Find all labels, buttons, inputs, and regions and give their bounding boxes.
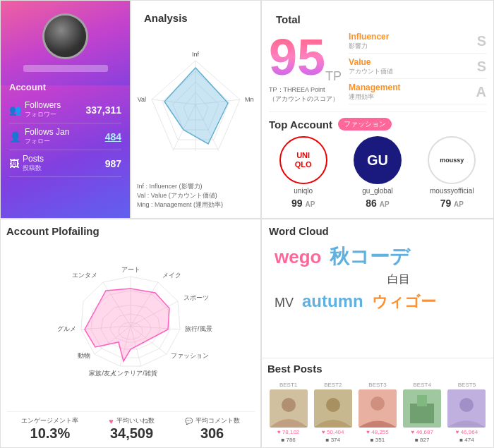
influencer-label: Influencer (349, 32, 389, 42)
best2-image (314, 389, 352, 428)
best1-image (270, 389, 308, 428)
best3-likes: ♥ 48,255 (366, 429, 388, 435)
follows-sublabel: フォロー (25, 137, 69, 146)
radar-chart: Inf Mng Val (138, 47, 254, 159)
profiling-panel: Account Plofailing (0, 219, 261, 448)
best3-stats: ♥ 48,255 (366, 429, 388, 435)
avg-likes-label: 平均いいね数 (116, 416, 155, 425)
followers-label: Followers (25, 100, 61, 110)
comments-metric: 💬 平均コメント数 306 (185, 416, 240, 442)
account-panel: Account 👥 Followers フォロワー 337,311 👤 Foll… (0, 0, 131, 219)
posts-sublabel: 投稿数 (23, 164, 44, 173)
follows-row: 👤 Follows Jan フォロー 484 (9, 123, 121, 150)
best-post-3: BEST3 ♥ 48,255 ■ 351 (356, 382, 398, 443)
best1-stats: ♥ 78,102 (277, 429, 299, 435)
legend-inf: Inf : Influencer (影響力) (137, 182, 255, 191)
analysis-radar: Inf Mng Val (137, 27, 255, 179)
label-gourmet: グルメ (57, 325, 76, 332)
uniqlo-name: uniqlo (294, 187, 313, 195)
analysis-panel: Analysis Inf Mng Val (131, 0, 261, 219)
follows-value[interactable]: 484 (105, 131, 121, 143)
followers-sublabel: フォロワー (25, 110, 61, 119)
val-label: Val (138, 96, 146, 103)
best5-stats: ♥ 46,964 (456, 429, 478, 435)
best-posts-panel: Best Posts BEST1 ♥ 78,102 ■ 786 BEST2 (262, 358, 493, 447)
word-cloud-content: wego 秋コーデ 白目 MV autumn ウィゴー (269, 240, 486, 315)
posts-row: 🖼 Posts 投稿数 987 (9, 150, 121, 177)
value-label: Value (349, 57, 393, 67)
best5-comments: ■ 474 (459, 437, 474, 443)
top-account-section: Top Account ファッション UNIQLO uniqlo 99 AP G… (269, 111, 486, 213)
moussy-score: 79 AP (440, 198, 464, 209)
avg-likes-value: 34,509 (110, 425, 153, 442)
best2-likes: ♥ 50,404 (322, 429, 344, 435)
best1-label: BEST1 (279, 382, 297, 388)
word-autumn: autumn (302, 289, 363, 313)
best3-label: BEST3 (368, 382, 386, 388)
follows-label: Follows Jan (25, 127, 69, 137)
score-value: Value アカウント価値 S (349, 57, 486, 79)
total-title: Total (269, 8, 486, 28)
score-influencer: Influencer 影響力 S (349, 32, 486, 54)
svg-marker-25 (85, 289, 169, 361)
avatar (42, 13, 88, 59)
best1-likes: ♥ 78,102 (277, 429, 299, 435)
best-post-5: BEST5 ♥ 46,964 ■ 474 (446, 382, 488, 443)
best2-comments-row: ■ 374 (326, 437, 340, 443)
svg-rect-33 (410, 404, 434, 423)
label-family: 家族/友人 (89, 370, 116, 377)
engagement-label: エンゲージメント率 (21, 416, 78, 425)
account-uniqlo: UNIQLO uniqlo 99 AP (279, 136, 327, 209)
mng-label: Mng (245, 96, 254, 103)
uniqlo-score: 99 AP (291, 198, 315, 209)
label-entertainment: エンタメ (72, 272, 97, 279)
tp-unit: TP (325, 70, 342, 83)
influencer-sub: 影響力 (349, 42, 389, 51)
best5-image (447, 389, 486, 428)
analysis-legend: Inf : Influencer (影響力) Val : Value (アカウン… (137, 179, 255, 212)
profiling-radar-container: アート メイク スポーツ 旅行/風景 ファッション インテリア/雑貨 家族/友人… (6, 240, 255, 411)
best1-comments: ■ 786 (281, 437, 295, 443)
influencer-grade: S (477, 33, 486, 49)
svg-point-31 (370, 396, 385, 411)
label-makeup: メイク (162, 272, 181, 279)
best4-comments: ■ 827 (415, 437, 429, 443)
best4-image (403, 389, 441, 428)
best1-comments-row: ■ 786 (281, 437, 295, 443)
comment-icon: 💬 (185, 418, 193, 425)
best4-comments-row: ■ 827 (415, 437, 429, 443)
avg-comments-label: 平均コメント数 (195, 416, 240, 425)
word-mv: MV (275, 294, 294, 312)
followers-icon: 👥 (9, 104, 21, 116)
avg-comments-value: 306 (200, 425, 224, 442)
uniqlo-logo: UNIQLO (279, 136, 327, 184)
svg-point-36 (459, 398, 474, 412)
best5-comments-row: ■ 474 (459, 437, 474, 443)
top-accounts-grid: UNIQLO uniqlo 99 AP GU gu_global 86 AP m… (269, 136, 486, 209)
label-animals: 動物 (78, 352, 90, 359)
best-post-4: BEST4 ♥ 46,687 ■ 827 (402, 382, 443, 443)
gu-logo: GU (354, 136, 402, 184)
best-post-1: BEST1 ♥ 78,102 ■ 786 (267, 382, 309, 443)
label-art: アート (121, 266, 140, 273)
best-post-2: BEST2 ♥ 50,404 ■ 374 (312, 382, 354, 443)
heart-icon: ♥ (109, 417, 114, 425)
account-stats: Account 👥 Followers フォロワー 337,311 👤 Foll… (1, 78, 130, 218)
management-label: Management (349, 83, 400, 92)
svg-point-29 (326, 398, 340, 412)
followers-value: 337,311 (85, 104, 121, 116)
label-travel: 旅行/風景 (185, 325, 212, 332)
gu-score: 86 AP (366, 198, 389, 209)
score-management: Management 運用効率 A (349, 83, 486, 104)
word-row-3: MV autumn ウィゴー (275, 289, 436, 313)
best2-comments: ■ 374 (326, 437, 340, 443)
follows-icon: 👤 (9, 131, 21, 143)
account-moussy: moussy moussyofficial 79 AP (428, 136, 476, 209)
word-wego: wego (275, 244, 321, 270)
best-posts-grid: BEST1 ♥ 78,102 ■ 786 BEST2 (267, 382, 488, 443)
label-sports: スポーツ (183, 294, 209, 301)
word-wego-jp: ウィゴー (372, 291, 436, 313)
legend-val: Val : Value (アカウント価値) (137, 191, 255, 200)
total-scores: Influencer 影響力 S Value アカウント価値 S Managem… (349, 32, 486, 104)
inf-label: Inf (192, 51, 200, 58)
